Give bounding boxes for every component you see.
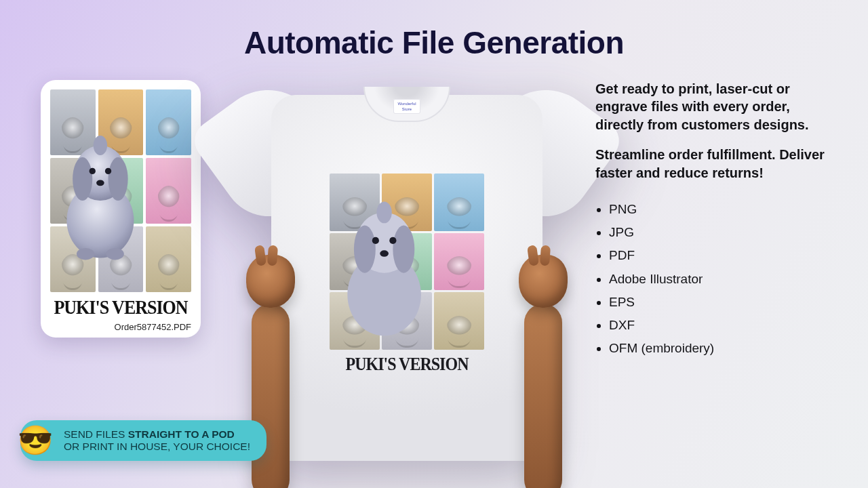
- format-item: JPG: [609, 221, 833, 244]
- design-tile: [382, 292, 432, 350]
- benefit-paragraph: Streamline order fulfillment. Deliver fa…: [595, 146, 833, 182]
- sunglasses-emoji-icon: 😎: [18, 426, 53, 455]
- design-tile: [146, 226, 191, 292]
- design-tile: [146, 158, 191, 224]
- design-tile: [50, 158, 96, 224]
- design-tile: [382, 233, 432, 291]
- format-item: DXF: [609, 314, 833, 337]
- design-tile: [434, 174, 484, 231]
- format-item: PDF: [609, 244, 833, 267]
- design-tile: [330, 233, 380, 291]
- design-tile: [330, 174, 380, 231]
- design-title: PUKI'S VERSION: [50, 296, 191, 320]
- format-item: EPS: [609, 291, 833, 314]
- design-tile: [98, 158, 144, 224]
- order-filename: Order5877452.PDF: [50, 322, 191, 332]
- design-tile: [98, 226, 144, 292]
- design-tile: [382, 174, 432, 231]
- design-tile: [98, 89, 144, 155]
- pod-callout: 😎 SEND FILES STRAIGHT TO A POD OR PRINT …: [20, 420, 267, 461]
- shirt-print-area: PUKI'S VERSION: [330, 174, 484, 377]
- design-tile: [434, 292, 484, 350]
- benefit-paragraph: Get ready to print, laser-cut or engrave…: [595, 80, 833, 134]
- page-title: Automatic File Generation: [0, 24, 868, 61]
- format-item: Adobe Illustrator: [609, 268, 833, 291]
- design-tile: [330, 292, 380, 350]
- model-arm: [518, 255, 568, 488]
- design-tile: [146, 89, 191, 155]
- format-item: PNG: [609, 198, 833, 221]
- design-tile: [50, 226, 96, 292]
- benefits-column: Get ready to print, laser-cut or engrave…: [595, 80, 833, 360]
- design-tile: [434, 233, 484, 291]
- shirt-design-title: PUKI'S VERSION: [330, 354, 484, 375]
- tshirt-mockup: Wonderful Store: [217, 72, 597, 479]
- design-tile: [50, 89, 96, 155]
- format-list: PNG JPG PDF Adobe Illustrator EPS DXF OF…: [595, 198, 833, 360]
- design-tile-grid: [50, 89, 191, 292]
- callout-line: OR PRINT IN HOUSE, YOUR CHOICE!: [64, 441, 250, 453]
- model-hand: [519, 255, 568, 308]
- callout-line: SEND FILES STRAIGHT TO A POD: [64, 428, 250, 441]
- model-forearm: [524, 304, 562, 488]
- shirt-neck-tag: Wonderful Store: [393, 99, 420, 114]
- order-file-card: PUKI'S VERSION Order5877452.PDF: [41, 80, 201, 338]
- model-hand: [246, 255, 295, 308]
- model-forearm: [252, 304, 290, 488]
- format-item: OFM (embroidery): [609, 337, 833, 360]
